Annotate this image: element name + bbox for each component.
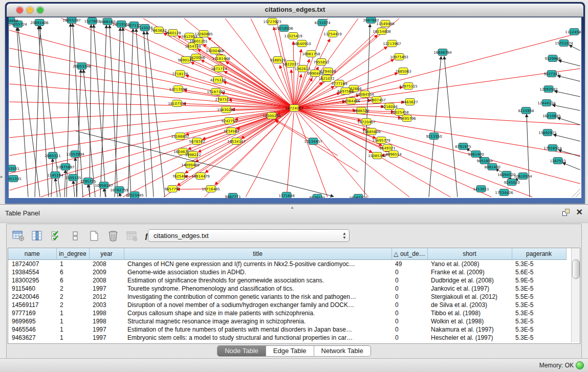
table-row[interactable]: 911546021997Tourette syndrome. Phenomeno… [8, 285, 566, 293]
table-row[interactable]: 946362711997Embryonic stem cells: a mode… [8, 334, 566, 342]
network-node[interactable]: 10655287 [62, 17, 81, 24]
table-cell[interactable]: 1 [56, 260, 89, 269]
table-cell[interactable]: Wolkin et al. (1998) [427, 317, 512, 325]
network-node[interactable]: 9777169 [331, 80, 347, 87]
table-cell[interactable]: Tibbo et al. (1998) [427, 309, 512, 317]
table-cell[interactable]: 18300295 [8, 276, 56, 285]
show-columns-icon[interactable] [31, 229, 44, 243]
column-header-indegree[interactable]: in_degree [56, 248, 89, 260]
left-panel-toggle-icon[interactable]: ▸ [1, 174, 3, 179]
network-node[interactable]: 1145194 [47, 172, 63, 179]
table-cell[interactable]: Structural magnetic resonance image aver… [124, 317, 391, 325]
table-cell[interactable]: 0 [391, 301, 427, 309]
network-node[interactable]: 15085342 [368, 152, 386, 159]
network-node[interactable]: 7485063 [395, 68, 411, 75]
network-node[interactable]: 16720407 [357, 119, 376, 125]
network-node[interactable]: 10975887 [56, 164, 75, 170]
column-header-year[interactable]: year [89, 248, 124, 260]
table-cell[interactable]: 2 [56, 293, 89, 301]
table-vertical-scrollbar[interactable] [571, 248, 580, 342]
table-cell[interactable]: 0 [391, 309, 427, 317]
table-cell[interactable]: 2 [56, 285, 89, 293]
network-node[interactable]: 16961758 [302, 51, 320, 57]
column-select-icon[interactable] [50, 229, 63, 243]
new-column-icon[interactable] [88, 229, 101, 243]
canvas-resize-grip[interactable] [572, 189, 580, 197]
network-node[interactable]: 8215956 [518, 107, 534, 114]
table-row[interactable]: 1872400712008Changes of HCN gene express… [8, 260, 566, 269]
table-cell[interactable]: Corpus callosum shape and size in male p… [124, 309, 391, 317]
table-cell[interactable]: 5.3E-5 [512, 309, 566, 317]
network-node[interactable]: 9361400 [468, 151, 484, 158]
scrollbar-thumb[interactable] [572, 259, 580, 279]
table-row[interactable]: 946554611997Estimation of the future num… [8, 325, 566, 334]
table-source-select[interactable]: citations_edges.txt ▲▼ [148, 229, 350, 242]
table-cell[interactable]: Estimation of the future numbers of pati… [124, 325, 391, 334]
table-cell[interactable]: Jankovic et al. (1997) [427, 285, 512, 293]
network-node[interactable]: 14099469 [181, 162, 200, 168]
column-header-outde[interactable]: △ out_de… [391, 248, 427, 260]
table-cell[interactable]: 1 [56, 325, 89, 334]
table-cell[interactable]: 49 [391, 260, 427, 269]
network-node[interactable]: 6216048 [381, 103, 397, 110]
table-row[interactable]: 1830029562008Estimation of significance … [8, 276, 566, 285]
network-node[interactable]: 9657791 [164, 186, 180, 192]
float-panel-icon[interactable] [562, 209, 570, 216]
delete-column-icon[interactable] [106, 229, 120, 243]
table-cell[interactable]: 9463627 [8, 334, 56, 342]
table-cell[interactable]: 2008 [89, 260, 124, 269]
table-cell[interactable]: Hescheler et al. (1997) [427, 334, 512, 342]
table-cell[interactable]: 2008 [89, 276, 124, 285]
table-cell[interactable]: 9699695 [8, 317, 56, 325]
network-node[interactable]: 15166852 [171, 133, 189, 140]
table-cell[interactable]: 5.3E-5 [512, 317, 566, 325]
table-cell[interactable]: 0 [391, 317, 427, 325]
table-cell[interactable]: 0 [391, 325, 427, 334]
table-cell[interactable]: 1 [56, 309, 89, 317]
table-cell[interactable]: 6 [56, 268, 89, 276]
network-node[interactable]: 1371848 [278, 192, 294, 199]
network-node[interactable]: 15716485 [202, 186, 220, 192]
table-cell[interactable]: 18724007 [8, 260, 56, 269]
table-cell[interactable]: 5.9E-5 [512, 276, 566, 285]
network-node[interactable]: 12353994 [66, 151, 84, 158]
table-cell[interactable]: Franke et al. (2009) [427, 268, 512, 276]
table-cell[interactable]: 2012 [89, 293, 124, 301]
network-node[interactable]: 11124587 [565, 29, 581, 35]
network-node[interactable]: 11325419 [284, 33, 302, 39]
table-cell[interactable]: 2009 [89, 268, 124, 276]
table-cell[interactable]: 1 [56, 317, 89, 325]
table-cell[interactable]: Embryonic stem cells: a model to study s… [124, 334, 391, 342]
network-node[interactable]: 9213350 [426, 133, 442, 140]
table-row[interactable]: 969969511998Structural magnetic resonanc… [8, 317, 566, 325]
table-cell[interactable]: 5.6E-5 [512, 268, 566, 276]
network-node[interactable]: 19384554 [356, 91, 374, 98]
network-node[interactable]: 7625402 [172, 173, 188, 180]
network-node[interactable]: 9463627 [402, 99, 418, 105]
table-cell[interactable]: 5.3E-5 [512, 301, 566, 309]
network-node[interactable]: 1505135 [65, 174, 81, 181]
tab-node-table[interactable]: Node Table [217, 346, 266, 356]
table-cell[interactable]: 1997 [89, 325, 124, 334]
table-cell[interactable]: 0 [391, 276, 427, 285]
table-cell[interactable]: Stergiakouli et al. (2012) [427, 293, 512, 301]
table-cell[interactable]: de Silva et al. (2003) [427, 301, 512, 309]
table-cell[interactable]: 14569117 [8, 301, 56, 309]
table-cell[interactable]: 5.5E-5 [512, 293, 566, 301]
network-node[interactable]: 7234562 [223, 128, 239, 135]
table-cell[interactable]: 5.3E-5 [512, 325, 566, 334]
table-cell[interactable]: 1998 [89, 317, 124, 325]
network-node[interactable]: 12213967 [383, 40, 401, 47]
table-cell[interactable]: 0 [391, 268, 427, 276]
network-node[interactable]: 6791975 [455, 143, 471, 150]
table-mode-icon[interactable] [12, 229, 25, 243]
column-header-title[interactable]: title [124, 248, 391, 260]
network-node[interactable]: 16914479 [191, 173, 210, 180]
network-node[interactable]: 10685609 [362, 128, 381, 135]
tab-network-table[interactable]: Network Table [314, 346, 371, 356]
network-node[interactable]: 1413011 [473, 186, 489, 192]
table-row[interactable]: 1456911722003Disruption of a novel membe… [8, 301, 566, 309]
network-node[interactable]: 16640910 [293, 40, 311, 47]
table-row[interactable]: 977716911998Corpus callosum shape and si… [8, 309, 566, 317]
network-node[interactable]: 1527802 [84, 18, 100, 25]
